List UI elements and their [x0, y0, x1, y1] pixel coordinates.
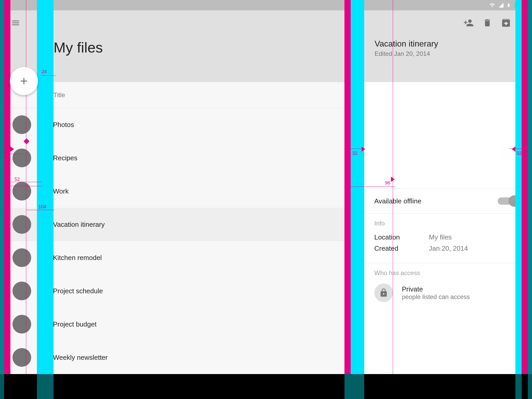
file-label: Weekly newsletter: [53, 354, 108, 362]
file-label: Project budget: [53, 320, 97, 328]
file-label: Kitchen remodel: [53, 254, 102, 262]
page-title: My files: [54, 39, 103, 56]
add-person-button[interactable]: [459, 14, 478, 32]
file-row[interactable]: Photos: [0, 108, 361, 141]
delete-button[interactable]: [478, 14, 497, 32]
person-add-icon: [463, 18, 474, 28]
trash-icon: [483, 18, 492, 28]
info-key: Location: [374, 233, 429, 241]
file-label: Project schedule: [53, 287, 103, 295]
file-row[interactable]: Project schedule: [0, 274, 361, 308]
file-row[interactable]: Weekly newsletter: [0, 341, 361, 374]
file-list-pane: Title PhotosRecipesWorkVacation itinerar…: [0, 82, 361, 374]
more-vert-icon: [516, 18, 525, 28]
fab-add[interactable]: [10, 67, 38, 95]
status-time: 12:30: [513, 2, 529, 9]
file-avatar: [12, 348, 31, 367]
file-label: Photos: [53, 121, 74, 129]
file-avatar: [12, 248, 31, 267]
info-value: My files: [429, 233, 452, 241]
info-section: Info LocationMy filesCreatedJan 20, 2014: [361, 214, 532, 263]
file-row[interactable]: Kitchen remodel: [0, 241, 361, 274]
info-value: Jan 20, 2014: [429, 244, 468, 252]
file-label: Vacation itinerary: [53, 221, 105, 229]
file-avatar: [12, 282, 31, 300]
archive-download-icon: [501, 18, 511, 28]
detail-title: Vacation itinerary: [375, 39, 532, 49]
extended-header: My files Vacation itinerary Edited Jan 2…: [0, 35, 532, 82]
cellular-icon: [498, 2, 504, 8]
wifi-icon: [489, 2, 496, 8]
preview-area: [361, 82, 532, 189]
file-label: Work: [53, 187, 69, 195]
access-sub: people listed can access: [402, 293, 470, 301]
access-title: Private: [402, 285, 470, 293]
file-row[interactable]: Work: [0, 175, 361, 208]
info-row: CreatedJan 20, 2014: [374, 243, 518, 254]
detail-pane: Available offline Info LocationMy filesC…: [361, 82, 532, 374]
app-bar: [0, 10, 532, 35]
download-button[interactable]: [497, 14, 515, 32]
file-label: Recipes: [53, 154, 77, 162]
overflow-button[interactable]: [515, 14, 526, 32]
file-row[interactable]: Project budget: [0, 308, 361, 341]
offline-label: Available offline: [374, 197, 421, 205]
file-row[interactable]: Vacation itinerary: [0, 208, 361, 241]
battery-icon: [507, 2, 511, 8]
access-header: Who has access: [374, 269, 518, 277]
file-avatar: [12, 215, 31, 234]
app-frame: 12:30 My files Vaca: [0, 0, 532, 374]
info-header: Info: [374, 220, 518, 227]
lock-avatar: [374, 283, 393, 302]
info-key: Created: [374, 244, 429, 252]
file-avatar: [12, 149, 31, 167]
file-avatar: [12, 315, 31, 334]
file-avatar: [12, 182, 31, 201]
info-row: LocationMy files: [374, 232, 518, 243]
file-avatar: [12, 115, 31, 134]
switch-knob: [509, 195, 520, 207]
detail-subtitle: Edited Jan 20, 2014: [375, 50, 532, 57]
status-bar: 12:30: [0, 0, 532, 10]
offline-row[interactable]: Available offline: [361, 189, 532, 214]
list-column-header: Title: [5, 82, 355, 108]
file-row[interactable]: Recipes: [0, 141, 361, 175]
hamburger-icon: [11, 18, 20, 28]
access-section: Who has access Private people listed can…: [361, 263, 532, 308]
offline-switch[interactable]: [498, 197, 518, 205]
menu-button[interactable]: [6, 14, 25, 32]
plus-icon: [18, 76, 29, 87]
lock-icon: [379, 288, 388, 297]
